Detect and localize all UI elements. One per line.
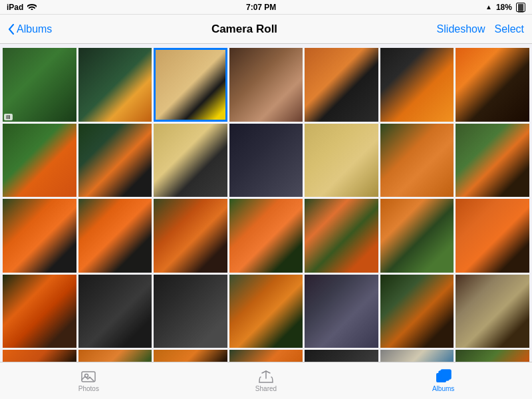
thumb-1 (3, 48, 76, 122)
thumb-17 (154, 199, 227, 273)
thumb-34 (380, 350, 454, 362)
photo-thumbnail-31[interactable] (154, 350, 227, 362)
thumb-7 (456, 48, 529, 122)
photo-thumbnail-28[interactable] (456, 275, 529, 348)
select-button[interactable]: Select (495, 23, 524, 35)
photo-thumbnail-6[interactable] (380, 48, 454, 122)
photo-thumbnail-14[interactable] (456, 124, 529, 198)
nav-actions: Slideshow Select (437, 23, 524, 35)
tab-bar: Photos Shared Albums (0, 362, 532, 399)
photo-thumbnail-15[interactable] (3, 199, 76, 273)
photo-thumbnail-23[interactable] (78, 275, 152, 348)
shared-tab-label: Shared (255, 385, 277, 392)
carrier-label: iPad (7, 3, 23, 12)
photo-thumbnail-19[interactable] (305, 199, 378, 273)
albums-tab-label: Albums (432, 385, 454, 392)
photo-thumbnail-9[interactable] (78, 124, 152, 198)
thumb-22 (3, 275, 76, 348)
photo-thumbnail-24[interactable] (154, 275, 227, 348)
status-left: iPad (7, 3, 37, 12)
albums-tab-icon (435, 369, 452, 384)
thumb-20 (380, 199, 454, 273)
tab-photos[interactable]: Photos (65, 369, 112, 392)
nav-bar: Albums Camera Roll Slideshow Select (0, 15, 532, 44)
photo-thumbnail-8[interactable] (3, 124, 76, 198)
photo-thumbnail-25[interactable] (229, 275, 303, 348)
photo-thumbnail-22[interactable] (3, 275, 76, 348)
thumb-30 (78, 350, 152, 362)
photo-thumbnail-13[interactable] (380, 124, 454, 198)
photo-thumbnail-26[interactable] (305, 275, 378, 348)
slideshow-button[interactable]: Slideshow (437, 23, 485, 35)
thumb-3 (154, 48, 227, 122)
thumb-4 (229, 48, 303, 122)
status-time: 7:07 PM (246, 3, 276, 12)
photos-tab-label: Photos (78, 385, 99, 392)
photo-thumbnail-12[interactable] (305, 124, 378, 198)
photo-thumbnail-34[interactable] (380, 350, 454, 362)
photo-thumbnail-33[interactable] (305, 350, 378, 362)
thumb-6 (380, 48, 454, 122)
photo-thumbnail-16[interactable] (78, 199, 152, 273)
photo-thumbnail-32[interactable] (229, 350, 303, 362)
thumb-27 (380, 275, 454, 348)
thumb-26 (305, 275, 378, 348)
battery-label: 18% (496, 3, 512, 12)
thumb-12 (305, 124, 378, 198)
thumb-28 (456, 275, 529, 348)
status-bar: iPad 7:07 PM ▲ 18% ▓ (0, 0, 532, 15)
tab-shared[interactable]: Shared (243, 369, 289, 392)
shared-tab-icon (257, 369, 275, 384)
photo-thumbnail-18[interactable] (229, 199, 303, 273)
photo-thumbnail-7[interactable] (456, 48, 529, 122)
thumb-19 (305, 199, 378, 273)
thumb-13 (380, 124, 454, 198)
thumb-8 (3, 124, 76, 198)
photo-thumbnail-1[interactable]: ▤ (3, 48, 76, 122)
photo-thumbnail-5[interactable] (305, 48, 378, 122)
thumb-21 (456, 199, 529, 273)
thumb-15 (3, 199, 76, 273)
photo-thumbnail-21[interactable] (456, 199, 529, 273)
thumb-5 (305, 48, 378, 122)
photo-thumbnail-3[interactable] (154, 48, 227, 122)
photo-thumbnail-2[interactable] (78, 48, 152, 122)
thumb-10 (154, 124, 227, 198)
thumb-32 (229, 350, 303, 362)
thumb-35 (456, 350, 529, 362)
page-title: Camera Roll (211, 23, 277, 36)
thumb-23 (78, 275, 152, 348)
back-button[interactable]: Albums (8, 23, 52, 35)
wifi-icon (27, 3, 37, 12)
photo-grid: ▤ (1, 47, 531, 362)
photo-thumbnail-30[interactable] (78, 350, 152, 362)
photo-thumbnail-10[interactable] (154, 124, 227, 198)
overlay-1: ▤ (4, 114, 13, 120)
photo-thumbnail-35[interactable] (456, 350, 529, 362)
photo-thumbnail-20[interactable] (380, 199, 454, 273)
thumb-24 (154, 275, 227, 348)
status-right: ▲ 18% ▓ (485, 3, 525, 12)
battery-icon: ▓ (516, 3, 525, 12)
thumb-25 (229, 275, 303, 348)
photo-thumbnail-27[interactable] (380, 275, 454, 348)
tab-albums[interactable]: Albums (420, 369, 467, 392)
photo-thumbnail-29[interactable] (3, 350, 76, 362)
thumb-2 (78, 48, 152, 122)
svg-rect-4 (441, 370, 451, 379)
thumb-16 (78, 199, 152, 273)
signal-icon: ▲ (485, 3, 492, 11)
photos-tab-icon (80, 369, 97, 384)
thumb-18 (229, 199, 303, 273)
back-label: Albums (17, 23, 52, 35)
thumb-33 (305, 350, 378, 362)
photo-thumbnail-4[interactable] (229, 48, 303, 122)
thumb-31 (154, 350, 227, 362)
photo-thumbnail-11[interactable] (229, 124, 303, 198)
thumb-11 (229, 124, 303, 198)
thumb-9 (78, 124, 152, 198)
thumb-29 (3, 350, 76, 362)
thumb-14 (456, 124, 529, 198)
photo-thumbnail-17[interactable] (154, 199, 227, 273)
photo-grid-container: ▤ (0, 44, 532, 362)
